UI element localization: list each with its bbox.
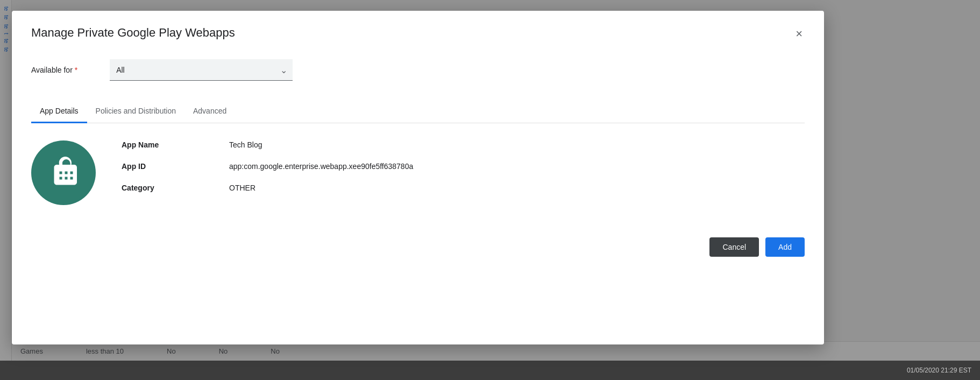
tab-policies-distribution[interactable]: Policies and Distribution [87,100,184,123]
modal-dialog: Manage Private Google Play Webapps × Ava… [12,11,824,344]
modal-title: Manage Private Google Play Webapps [31,26,235,40]
tab-app-details[interactable]: App Details [31,100,87,123]
available-for-row: Available for * All Selected Users Speci… [31,59,805,81]
app-category-row: Category OTHER [122,184,805,192]
add-button[interactable]: Add [765,237,805,257]
app-category-value: OTHER [229,184,805,192]
bottom-bar: 01/05/2020 21:29 EST [0,361,980,380]
modal-footer: Cancel Add [31,237,805,257]
available-for-label: Available for * [31,66,77,74]
app-name-row: App Name Tech Blog [122,140,805,149]
close-button[interactable]: × [793,26,805,42]
app-name-label: App Name [122,140,229,149]
cancel-button[interactable]: Cancel [709,237,759,257]
available-for-select-wrapper: All Selected Users Specific Groups ⌄ [110,59,293,81]
tab-advanced[interactable]: Advanced [184,100,235,123]
app-category-label: Category [122,184,229,192]
app-name-value: Tech Blog [229,140,805,149]
briefcase-icon [47,157,80,189]
required-indicator: * [75,66,77,74]
modal-header: Manage Private Google Play Webapps × [31,26,805,42]
content-area: App Name Tech Blog App ID app:com.google… [31,140,805,205]
app-icon [31,140,96,205]
bottom-bar-timestamp: 01/05/2020 21:29 EST [907,367,971,374]
available-for-select[interactable]: All Selected Users Specific Groups [110,59,293,81]
app-id-label: App ID [122,162,229,171]
app-id-row: App ID app:com.google.enterprise.webapp.… [122,162,805,171]
tabs-container: App Details Policies and Distribution Ad… [31,100,805,123]
app-id-value: app:com.google.enterprise.webapp.xee90fe… [229,162,805,171]
app-details-table: App Name Tech Blog App ID app:com.google… [122,140,805,205]
